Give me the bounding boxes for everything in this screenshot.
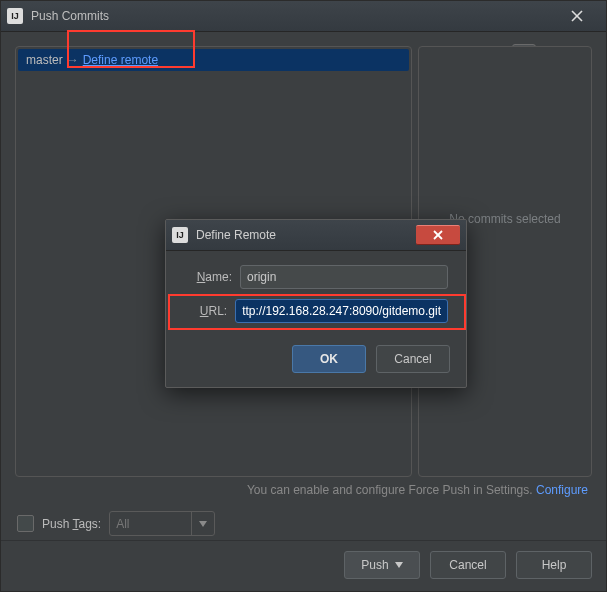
define-remote-link[interactable]: Define remote xyxy=(83,53,158,67)
name-input[interactable]: origin xyxy=(240,265,448,289)
dialog-button-bar: OK Cancel xyxy=(166,339,466,387)
push-tags-label-suffix: ags: xyxy=(78,517,101,531)
define-remote-dialog: IJ Define Remote Name: origin URL: ttp:/… xyxy=(165,219,467,388)
push-tags-row: Push Tags: All xyxy=(15,497,592,540)
dialog-body: Name: origin URL: ttp://192.168.28.247:8… xyxy=(166,251,466,339)
ok-button[interactable]: OK xyxy=(292,345,366,373)
branch-name: master xyxy=(26,53,63,67)
arrow-icon: → xyxy=(67,53,79,67)
push-button-label: Push xyxy=(361,558,388,572)
push-tags-combo-value: All xyxy=(110,517,191,531)
configure-link[interactable]: Configure xyxy=(536,483,588,497)
cancel-button[interactable]: Cancel xyxy=(430,551,506,579)
help-button[interactable]: Help xyxy=(516,551,592,579)
window-title: Push Commits xyxy=(31,9,554,23)
push-tags-checkbox[interactable] xyxy=(17,515,34,532)
app-logo-icon: IJ xyxy=(7,8,23,24)
name-label-mnemonic: N xyxy=(197,270,206,284)
url-label-rest: RL: xyxy=(208,304,227,318)
hint-text: You can enable and configure Force Push … xyxy=(247,483,536,497)
dialog-titlebar: IJ Define Remote xyxy=(166,220,466,251)
dialog-close-button[interactable] xyxy=(416,225,460,245)
push-tags-combo[interactable]: All xyxy=(109,511,215,536)
push-tags-label: Push Tags: xyxy=(42,517,101,531)
push-commits-window: IJ Push Commits xyxy=(0,0,607,592)
titlebar: IJ Push Commits xyxy=(1,1,606,32)
url-input[interactable]: ttp://192.168.28.247:8090/gitdemo.git xyxy=(235,299,448,323)
push-tags-label-prefix: Push xyxy=(42,517,72,531)
bottom-button-bar: Push Cancel Help xyxy=(1,540,606,591)
name-row: Name: origin xyxy=(184,265,448,289)
name-label-rest: ame: xyxy=(205,270,232,284)
window-close-button[interactable] xyxy=(554,6,600,26)
push-button[interactable]: Push xyxy=(344,551,420,579)
dialog-title: Define Remote xyxy=(196,228,416,242)
dialog-cancel-button[interactable]: Cancel xyxy=(376,345,450,373)
chevron-down-icon xyxy=(191,512,214,535)
branch-row[interactable]: master → Define remote xyxy=(18,49,409,71)
force-push-hint: You can enable and configure Force Push … xyxy=(15,477,592,497)
app-logo-icon: IJ xyxy=(172,227,188,243)
url-label: URL: xyxy=(184,304,227,318)
name-label: Name: xyxy=(184,270,232,284)
url-row: URL: ttp://192.168.28.247:8090/gitdemo.g… xyxy=(184,299,448,323)
